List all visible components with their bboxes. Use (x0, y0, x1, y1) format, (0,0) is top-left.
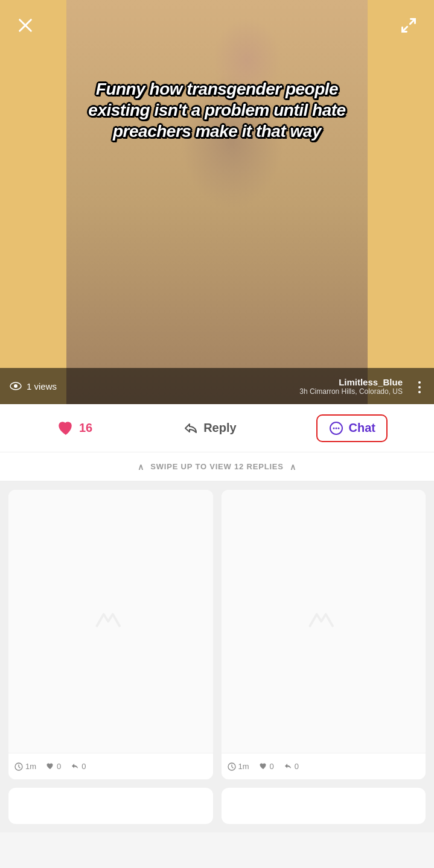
heart-small-icon (259, 762, 267, 770)
reply-card-footer: 1m 0 0 (8, 753, 213, 779)
like-count: 16 (79, 421, 92, 435)
duration-value: 1m (25, 762, 36, 771)
replies-grid: 1m 0 0 (0, 481, 434, 788)
svg-point-8 (335, 427, 337, 429)
left-panel (0, 0, 66, 404)
reply-small-icon (284, 762, 292, 770)
reply-card-partial[interactable] (8, 788, 213, 824)
location: 3h Cimarron Hills, Colorado, US (299, 387, 403, 396)
reply-card-partial[interactable] (222, 788, 426, 824)
reply-card-content (8, 490, 213, 753)
reply-card[interactable]: 1m 0 0 (222, 490, 426, 779)
likes-value: 0 (57, 762, 61, 771)
video-bottom-bar: 1 views Limitless_Blue 3h Cimarron Hills… (0, 368, 434, 404)
reply-icon (183, 422, 199, 435)
user-info: Limitless_Blue 3h Cimarron Hills, Colora… (299, 377, 403, 396)
chat-label: Chat (349, 421, 375, 435)
chevron-up-right-icon: ∧ (290, 462, 296, 472)
like-button[interactable]: 16 (46, 414, 103, 442)
expand-button[interactable] (395, 12, 422, 39)
reply-small-icon (71, 762, 79, 770)
svg-point-5 (14, 384, 18, 388)
svg-point-9 (337, 427, 339, 429)
clock-icon (228, 762, 236, 771)
replies-value: 0 (81, 762, 86, 771)
chevron-up-left-icon: ∧ (138, 462, 144, 472)
views-count: 1 views (27, 381, 57, 391)
swipe-up-bar[interactable]: ∧ SWIPE UP TO VIEW 12 REPLIES ∧ (0, 452, 434, 481)
logo-watermark (92, 608, 129, 635)
reply-button[interactable]: Reply (172, 415, 247, 441)
right-panel (368, 0, 434, 404)
more-options-button[interactable] (411, 379, 428, 396)
swipe-up-label: SWIPE UP TO VIEW 12 REPLIES (150, 462, 284, 471)
likes-stat: 0 (46, 762, 61, 771)
reply-card[interactable]: 1m 0 0 (8, 490, 213, 779)
replies-stat: 0 (71, 762, 86, 771)
reply-label: Reply (203, 421, 236, 435)
clock-icon (14, 762, 23, 771)
logo-watermark (305, 608, 342, 635)
duration-stat: 1m (228, 762, 249, 771)
chat-button[interactable]: Chat (316, 414, 388, 442)
heart-icon (57, 420, 74, 436)
heart-small-icon (46, 762, 54, 770)
likes-value: 0 (270, 762, 274, 771)
reply-card-content (222, 490, 426, 753)
video-container: Funny how transgender people existing is… (0, 0, 434, 404)
video-overlay-text: Funny how transgender people existing is… (78, 78, 356, 142)
username: Limitless_Blue (299, 377, 403, 387)
views-info: 1 views (10, 381, 57, 391)
close-button[interactable] (12, 12, 39, 39)
likes-stat: 0 (259, 762, 274, 771)
duration-value: 1m (238, 762, 249, 771)
video-inner: Funny how transgender people existing is… (66, 0, 368, 404)
duration-stat: 1m (14, 762, 36, 771)
replies-value: 0 (295, 762, 299, 771)
svg-point-7 (333, 427, 334, 429)
eye-icon (10, 382, 22, 390)
replies-grid-bottom (0, 788, 434, 832)
replies-stat: 0 (284, 762, 299, 771)
chat-icon (328, 420, 344, 436)
action-bar: 16 Reply Chat (0, 404, 434, 452)
reply-card-footer: 1m 0 0 (222, 753, 426, 779)
video-thumbnail (66, 0, 368, 404)
